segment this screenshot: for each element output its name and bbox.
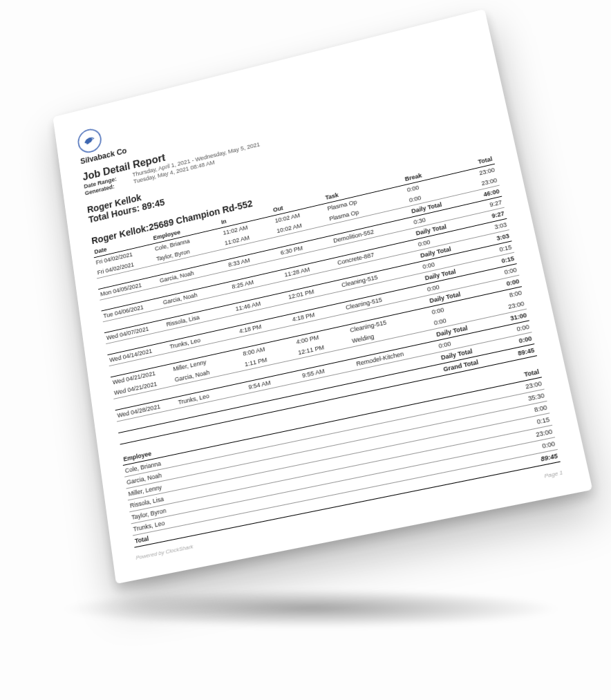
report-page: Silvaback Co Job Detail Report Date Rang… — [53, 9, 592, 584]
page-number: Page 1 — [543, 469, 563, 480]
page-shadow — [55, 589, 566, 628]
company-logo — [76, 126, 102, 155]
shark-icon — [82, 133, 97, 149]
powered-by: Powered by ClockShark — [135, 543, 194, 561]
